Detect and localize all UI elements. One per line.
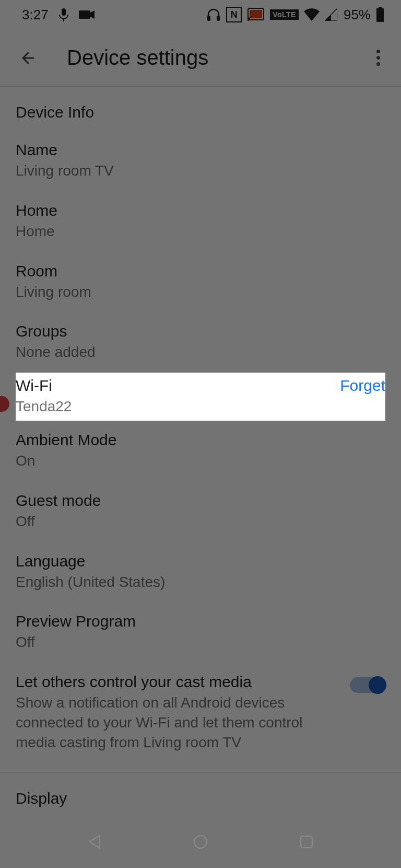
setting-ambient-mode[interactable]: Ambient Mode On [0,421,401,481]
setting-title: Room [16,262,385,280]
setting-title: Groups [16,322,385,340]
battery-percent: 95% [344,7,371,23]
setting-name[interactable]: Name Living room TV [0,131,401,191]
settings-content: Device Info Name Living room TV Home Hom… [0,87,401,817]
setting-title: Ambient Mode [16,431,385,449]
svg-point-9 [194,836,207,848]
section-header-device-info: Device Info [0,87,401,131]
setting-home[interactable]: Home Home [0,191,401,252]
more-options-button[interactable] [365,45,391,71]
wifi-forget-link[interactable]: Forget [340,377,385,395]
mic-icon [58,7,69,22]
status-bar: 3:27 N VoLTE 95% [0,0,401,29]
setting-title: Guest mode [16,492,385,510]
camera-icon [79,9,96,20]
back-button[interactable] [16,45,41,71]
page-title: Device settings [67,46,208,70]
setting-value: Home [16,222,385,241]
headphones-icon [206,7,221,22]
svg-rect-4 [217,16,220,21]
section-header-display: Display [0,773,401,817]
setting-title: Let others control your cast media [16,673,339,691]
svg-rect-2 [79,10,90,19]
svg-rect-3 [207,16,210,21]
volte-icon: VoLTE [270,9,299,20]
svg-rect-7 [379,7,382,8]
setting-value: English (United States) [16,572,385,592]
setting-title: Wi-Fi [16,377,72,395]
status-clock: 3:27 [22,7,49,23]
setting-value: Tenda22 [16,397,72,416]
setting-value: Off [16,512,385,531]
wifi-icon [304,8,320,21]
setting-language[interactable]: Language English (United States) [0,542,401,603]
setting-value: Off [16,632,385,652]
setting-room[interactable]: Room Living room [0,252,401,313]
svg-rect-10 [301,836,312,848]
setting-value: None added [16,342,385,362]
setting-title: Name [16,141,385,159]
setting-title: Home [16,202,385,219]
cast-icon [247,7,265,22]
svg-rect-8 [376,8,384,22]
nav-home-button[interactable] [189,830,212,853]
setting-description: Show a notification on all Android devic… [16,693,339,752]
setting-guest-mode[interactable]: Guest mode Off [0,481,401,542]
setting-wifi[interactable]: Wi-Fi Tenda22 Forget [16,373,385,421]
battery-icon [376,7,384,22]
cast-control-toggle[interactable] [350,677,385,693]
setting-value: Living room TV [16,161,385,181]
nav-recent-button[interactable] [295,830,318,853]
nav-back-button[interactable] [83,830,106,853]
cell-signal-icon [325,8,337,21]
svg-rect-0 [62,8,66,16]
setting-cast-control[interactable]: Let others control your cast media Show … [0,663,401,762]
setting-title: Language [16,552,385,570]
app-bar: Device settings [0,29,401,87]
setting-value: Living room [16,282,385,302]
setting-preview-program[interactable]: Preview Program Off [0,602,401,663]
system-nav-bar [0,816,401,868]
nfc-icon: N [226,7,242,22]
setting-groups[interactable]: Groups None added [0,312,401,373]
setting-value: On [16,451,385,471]
setting-title: Preview Program [16,612,385,630]
